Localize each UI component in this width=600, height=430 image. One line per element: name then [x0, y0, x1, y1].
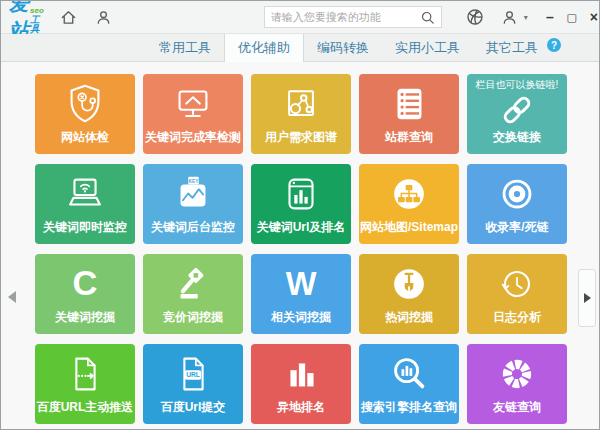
- home-icon[interactable]: [60, 7, 77, 27]
- search-rank-icon: [359, 348, 459, 400]
- sitemap-circle-icon: [359, 168, 459, 220]
- donut-icon: [467, 168, 567, 220]
- tile-keyword-url-rank[interactable]: 关键词Url及排名: [251, 164, 351, 244]
- globe-icon[interactable]: [466, 7, 484, 27]
- right-arrow-icon: [584, 293, 591, 303]
- svg-text:KEY: KEY: [189, 179, 200, 184]
- tile-log-analysis[interactable]: 日志分析: [467, 254, 567, 334]
- tile-label: 异地排名: [251, 399, 351, 416]
- tile-exchange-links[interactable]: 栏目也可以换链啦! 交换链接: [467, 74, 567, 154]
- carousel-prev-icon[interactable]: [8, 291, 16, 303]
- tile-label: 站群查询: [359, 129, 459, 146]
- tile-label: 百度Url提交: [143, 399, 243, 416]
- carousel-next-button[interactable]: [578, 269, 596, 327]
- tile-baidu-url-push[interactable]: 百度URL主动推送: [35, 344, 135, 424]
- tile-label: 友链查询: [467, 399, 567, 416]
- tool-grid-area: 网站体检 关键词完成率检测 用户需求图谱 站群查询: [1, 62, 599, 430]
- tile-sitemap[interactable]: 网站地图/Sitemap: [359, 164, 459, 244]
- tile-friend-link-query[interactable]: 友链查询: [467, 344, 567, 424]
- tile-related-word-mining[interactable]: W 相关词挖掘: [251, 254, 351, 334]
- tile-label: 网站体检: [35, 129, 135, 146]
- svg-text:C: C: [73, 265, 98, 303]
- caret-down-icon: ▾: [524, 13, 528, 22]
- striped-w-icon: W: [251, 258, 351, 310]
- titlebar: 爱站 seo 工具包 ▾ – ▢: [1, 1, 599, 34]
- tile-label: 用户需求图谱: [251, 129, 351, 146]
- tile-hotword-mining[interactable]: 热词挖掘: [359, 254, 459, 334]
- clock-history-icon: [467, 258, 567, 310]
- window-controls: – ▢ ×: [542, 8, 600, 26]
- function-search: [264, 6, 442, 28]
- tile-user-demand-map[interactable]: 用户需求图谱: [251, 74, 351, 154]
- tabs: 常用工具 优化辅助 编码转换 实用小工具 其它工具: [146, 34, 551, 61]
- close-button[interactable]: ×: [586, 8, 600, 26]
- tab-utility-tools[interactable]: 实用小工具: [382, 34, 473, 61]
- gavel-icon: [143, 258, 243, 310]
- tile-label: 交换链接: [467, 129, 567, 146]
- tab-other-tools[interactable]: 其它工具: [473, 34, 551, 61]
- maximize-button[interactable]: ▢: [564, 8, 580, 26]
- doc-url-icon: URL: [143, 348, 243, 400]
- laptop-wifi-icon: [35, 168, 135, 220]
- tile-label: 关键词Url及排名: [251, 219, 351, 236]
- shield-stethoscope-icon: [35, 78, 135, 130]
- tool-grid: 网站体检 关键词完成率检测 用户需求图谱 站群查询: [35, 74, 567, 424]
- segmented-wheel-icon: [467, 348, 567, 400]
- monitor-pulse-icon: [143, 78, 243, 130]
- tile-baidu-url-submit[interactable]: URL 百度Url提交: [143, 344, 243, 424]
- tile-label: 关键词挖掘: [35, 309, 135, 326]
- tile-label: 搜索引擎排名查询: [359, 399, 459, 416]
- tile-label: 百度URL主动推送: [35, 399, 135, 416]
- search-input[interactable]: [265, 11, 419, 23]
- svg-text:W: W: [286, 267, 317, 303]
- tab-optimization-assist[interactable]: 优化辅助: [224, 34, 304, 62]
- tabbar: 常用工具 优化辅助 编码转换 实用小工具 其它工具 ?: [1, 34, 599, 62]
- tile-label: 竞价词挖掘: [143, 309, 243, 326]
- tile-label: 关键词后台监控: [143, 219, 243, 236]
- node-graph-icon: [251, 78, 351, 130]
- tile-label: 相关词挖掘: [251, 309, 351, 326]
- user-icon[interactable]: [95, 7, 112, 27]
- tile-keyword-completion-check[interactable]: 关键词完成率检测: [143, 74, 243, 154]
- tile-label: 网站地图/Sitemap: [359, 219, 459, 236]
- account-icon: [500, 7, 520, 27]
- tile-keyword-mining[interactable]: C 关键词挖掘: [35, 254, 135, 334]
- chain-link-icon: [467, 89, 567, 131]
- letter-c-icon: C: [35, 258, 135, 310]
- tile-keyword-backend-monitor[interactable]: KEY 关键词后台监控: [143, 164, 243, 244]
- tile-label: 收录率/死链: [467, 219, 567, 236]
- tile-label: 热词挖掘: [359, 309, 459, 326]
- shovel-circle-icon: [359, 258, 459, 310]
- bar-chart-icon: [251, 348, 351, 400]
- tile-site-exam[interactable]: 网站体检: [35, 74, 135, 154]
- tile-label: 关键词即时监控: [35, 219, 135, 236]
- search-icon[interactable]: [419, 7, 436, 27]
- tile-bidword-mining[interactable]: 竞价词挖掘: [143, 254, 243, 334]
- tile-search-engine-rank-query[interactable]: 搜索引擎排名查询: [359, 344, 459, 424]
- tile-keyword-live-monitor[interactable]: 关键词即时监控: [35, 164, 135, 244]
- account-menu[interactable]: ▾: [500, 7, 528, 27]
- tab-encoding-convert[interactable]: 编码转换: [304, 34, 382, 61]
- keyword-monitor-icon: KEY: [143, 168, 243, 220]
- tile-label: 日志分析: [467, 309, 567, 326]
- tile-site-group-query[interactable]: 站群查询: [359, 74, 459, 154]
- list-icon: [359, 78, 459, 130]
- svg-text:URL: URL: [186, 371, 200, 378]
- tile-label: 关键词完成率检测: [143, 129, 243, 146]
- tab-common-tools[interactable]: 常用工具: [146, 34, 224, 61]
- minimize-button[interactable]: –: [542, 8, 558, 26]
- tile-remote-ranking[interactable]: 异地排名: [251, 344, 351, 424]
- doc-push-icon: [35, 348, 135, 400]
- app-window: 爱站 seo 工具包 ▾ – ▢: [0, 0, 600, 430]
- help-icon[interactable]: ?: [547, 38, 561, 52]
- bar-window-icon: [251, 168, 351, 220]
- tile-inclusion-deadlink[interactable]: 收录率/死链: [467, 164, 567, 244]
